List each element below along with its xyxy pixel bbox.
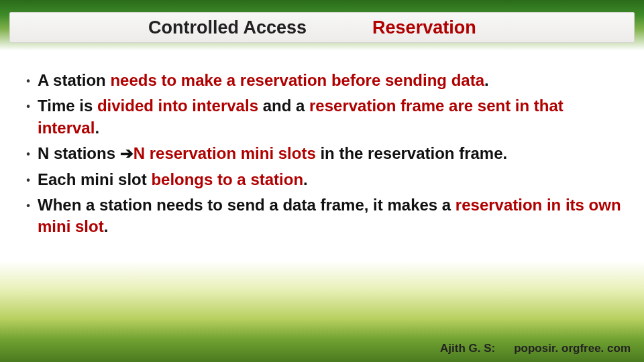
bullet-icon: • [19, 169, 38, 188]
bullet-icon: • [19, 194, 38, 213]
list-item: • Time is divided into intervals and a r… [19, 95, 625, 139]
bullet-icon: • [19, 143, 38, 162]
slide: Controlled Access Reservation • A statio… [0, 0, 644, 362]
title-bar: Controlled Access Reservation [9, 12, 635, 43]
arrow-icon: ➔ [120, 144, 133, 162]
list-item: • Each mini slot belongs to a station. [19, 169, 625, 190]
bullet-icon: • [19, 70, 38, 88]
bullet-text: Each mini slot belongs to a station. [38, 169, 625, 190]
list-item: • A station needs to make a reservation … [19, 70, 625, 91]
bullet-icon: • [19, 95, 38, 114]
list-item: • When a station needs to send a data fr… [19, 194, 625, 238]
title-sub: Reservation [372, 17, 476, 38]
content-area: • A station needs to make a reservation … [19, 70, 625, 242]
bullet-text: When a station needs to send a data fram… [38, 194, 625, 238]
list-item: • N stations ➔N reservation mini slots i… [19, 143, 625, 164]
footer: Ajith G. S: poposir. orgfree. com [440, 342, 631, 355]
footer-site: poposir. orgfree. com [514, 342, 631, 355]
title-main: Controlled Access [148, 17, 307, 38]
footer-author: Ajith G. S: [440, 342, 495, 355]
bullet-text: N stations ➔N reservation mini slots in … [38, 143, 625, 164]
bullet-list: • A station needs to make a reservation … [19, 70, 625, 238]
bullet-text: A station needs to make a reservation be… [38, 70, 625, 91]
bullet-text: Time is divided into intervals and a res… [38, 95, 625, 139]
